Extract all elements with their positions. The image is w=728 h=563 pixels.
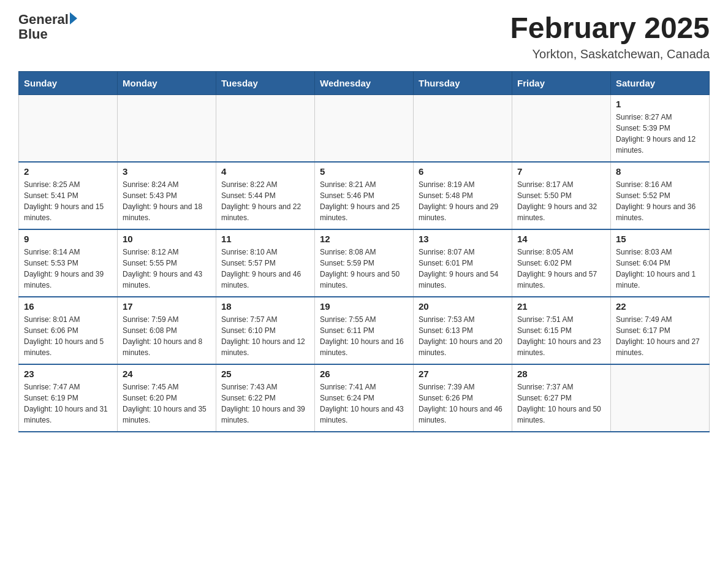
calendar-week-row: 1Sunrise: 8:27 AM Sunset: 5:39 PM Daylig… bbox=[19, 94, 710, 162]
calendar-day-cell bbox=[118, 94, 216, 162]
day-sun-info: Sunrise: 7:37 AM Sunset: 6:27 PM Dayligh… bbox=[517, 381, 605, 426]
calendar-day-cell: 21Sunrise: 7:51 AM Sunset: 6:15 PM Dayli… bbox=[512, 297, 611, 364]
logo-general: General bbox=[18, 12, 69, 27]
calendar-day-cell bbox=[19, 94, 118, 162]
calendar-day-cell: 25Sunrise: 7:43 AM Sunset: 6:22 PM Dayli… bbox=[216, 364, 315, 432]
day-number: 19 bbox=[320, 301, 408, 312]
calendar-day-cell: 8Sunrise: 8:16 AM Sunset: 5:52 PM Daylig… bbox=[611, 162, 710, 229]
calendar-day-cell: 12Sunrise: 8:08 AM Sunset: 5:59 PM Dayli… bbox=[315, 229, 414, 297]
day-sun-info: Sunrise: 8:07 AM Sunset: 6:01 PM Dayligh… bbox=[419, 247, 507, 291]
calendar-week-row: 2Sunrise: 8:25 AM Sunset: 5:41 PM Daylig… bbox=[19, 162, 710, 229]
day-of-week-header: Thursday bbox=[414, 71, 512, 94]
calendar-day-cell: 20Sunrise: 7:53 AM Sunset: 6:13 PM Dayli… bbox=[414, 297, 512, 364]
day-sun-info: Sunrise: 7:55 AM Sunset: 6:11 PM Dayligh… bbox=[320, 314, 408, 358]
calendar-day-cell: 18Sunrise: 7:57 AM Sunset: 6:10 PM Dayli… bbox=[216, 297, 315, 364]
day-sun-info: Sunrise: 8:19 AM Sunset: 5:48 PM Dayligh… bbox=[419, 179, 507, 223]
calendar-day-cell: 2Sunrise: 8:25 AM Sunset: 5:41 PM Daylig… bbox=[19, 162, 118, 229]
location-subtitle: Yorkton, Saskatchewan, Canada bbox=[510, 47, 710, 61]
calendar-day-cell: 28Sunrise: 7:37 AM Sunset: 6:27 PM Dayli… bbox=[512, 364, 611, 432]
day-sun-info: Sunrise: 8:01 AM Sunset: 6:06 PM Dayligh… bbox=[24, 314, 112, 358]
day-sun-info: Sunrise: 7:49 AM Sunset: 6:17 PM Dayligh… bbox=[616, 314, 704, 358]
day-number: 18 bbox=[221, 301, 309, 312]
calendar-day-cell: 27Sunrise: 7:39 AM Sunset: 6:26 PM Dayli… bbox=[414, 364, 512, 432]
day-of-week-header: Saturday bbox=[611, 71, 710, 94]
calendar-day-cell: 24Sunrise: 7:45 AM Sunset: 6:20 PM Dayli… bbox=[118, 364, 216, 432]
day-number: 21 bbox=[517, 301, 605, 312]
day-sun-info: Sunrise: 8:12 AM Sunset: 5:55 PM Dayligh… bbox=[123, 247, 211, 291]
day-of-week-header: Monday bbox=[118, 71, 216, 94]
day-number: 26 bbox=[320, 369, 408, 379]
calendar-day-cell: 22Sunrise: 7:49 AM Sunset: 6:17 PM Dayli… bbox=[611, 297, 710, 364]
calendar-day-cell: 19Sunrise: 7:55 AM Sunset: 6:11 PM Dayli… bbox=[315, 297, 414, 364]
calendar-day-cell bbox=[216, 94, 315, 162]
calendar-day-cell: 14Sunrise: 8:05 AM Sunset: 6:02 PM Dayli… bbox=[512, 229, 611, 297]
day-sun-info: Sunrise: 8:21 AM Sunset: 5:46 PM Dayligh… bbox=[320, 179, 408, 223]
calendar-week-row: 23Sunrise: 7:47 AM Sunset: 6:19 PM Dayli… bbox=[19, 364, 710, 432]
day-sun-info: Sunrise: 8:08 AM Sunset: 5:59 PM Dayligh… bbox=[320, 247, 408, 291]
calendar-day-cell: 16Sunrise: 8:01 AM Sunset: 6:06 PM Dayli… bbox=[19, 297, 118, 364]
calendar-header-row: SundayMondayTuesdayWednesdayThursdayFrid… bbox=[19, 71, 710, 94]
day-number: 3 bbox=[123, 166, 211, 177]
calendar-day-cell: 3Sunrise: 8:24 AM Sunset: 5:43 PM Daylig… bbox=[118, 162, 216, 229]
logo: General Blue bbox=[18, 12, 77, 42]
day-sun-info: Sunrise: 7:59 AM Sunset: 6:08 PM Dayligh… bbox=[123, 314, 211, 358]
day-number: 25 bbox=[221, 369, 309, 379]
day-sun-info: Sunrise: 8:27 AM Sunset: 5:39 PM Dayligh… bbox=[616, 112, 704, 156]
day-sun-info: Sunrise: 8:22 AM Sunset: 5:44 PM Dayligh… bbox=[221, 179, 309, 223]
month-title: February 2025 bbox=[510, 12, 710, 45]
calendar-day-cell: 5Sunrise: 8:21 AM Sunset: 5:46 PM Daylig… bbox=[315, 162, 414, 229]
day-sun-info: Sunrise: 7:39 AM Sunset: 6:26 PM Dayligh… bbox=[419, 381, 507, 426]
day-number: 12 bbox=[320, 234, 408, 244]
day-number: 7 bbox=[517, 166, 605, 177]
day-of-week-header: Sunday bbox=[19, 71, 118, 94]
logo-blue: Blue bbox=[18, 26, 48, 42]
calendar-day-cell bbox=[512, 94, 611, 162]
day-number: 23 bbox=[24, 369, 112, 379]
day-number: 24 bbox=[123, 369, 211, 379]
day-sun-info: Sunrise: 7:43 AM Sunset: 6:22 PM Dayligh… bbox=[221, 381, 309, 426]
day-sun-info: Sunrise: 8:25 AM Sunset: 5:41 PM Dayligh… bbox=[24, 179, 112, 223]
calendar-day-cell: 15Sunrise: 8:03 AM Sunset: 6:04 PM Dayli… bbox=[611, 229, 710, 297]
day-sun-info: Sunrise: 7:53 AM Sunset: 6:13 PM Dayligh… bbox=[419, 314, 507, 358]
calendar-day-cell: 4Sunrise: 8:22 AM Sunset: 5:44 PM Daylig… bbox=[216, 162, 315, 229]
day-number: 16 bbox=[24, 301, 112, 312]
day-of-week-header: Friday bbox=[512, 71, 611, 94]
calendar-day-cell: 23Sunrise: 7:47 AM Sunset: 6:19 PM Dayli… bbox=[19, 364, 118, 432]
day-sun-info: Sunrise: 7:47 AM Sunset: 6:19 PM Dayligh… bbox=[24, 381, 112, 426]
calendar-day-cell bbox=[315, 94, 414, 162]
day-sun-info: Sunrise: 7:57 AM Sunset: 6:10 PM Dayligh… bbox=[221, 314, 309, 358]
day-number: 22 bbox=[616, 301, 704, 312]
day-number: 10 bbox=[123, 234, 211, 244]
day-sun-info: Sunrise: 7:51 AM Sunset: 6:15 PM Dayligh… bbox=[517, 314, 605, 358]
calendar-day-cell: 7Sunrise: 8:17 AM Sunset: 5:50 PM Daylig… bbox=[512, 162, 611, 229]
day-sun-info: Sunrise: 8:24 AM Sunset: 5:43 PM Dayligh… bbox=[123, 179, 211, 223]
day-sun-info: Sunrise: 8:17 AM Sunset: 5:50 PM Dayligh… bbox=[517, 179, 605, 223]
day-number: 14 bbox=[517, 234, 605, 244]
calendar-day-cell: 6Sunrise: 8:19 AM Sunset: 5:48 PM Daylig… bbox=[414, 162, 512, 229]
day-number: 8 bbox=[616, 166, 704, 177]
calendar-day-cell bbox=[414, 94, 512, 162]
calendar-day-cell: 10Sunrise: 8:12 AM Sunset: 5:55 PM Dayli… bbox=[118, 229, 216, 297]
day-sun-info: Sunrise: 8:14 AM Sunset: 5:53 PM Dayligh… bbox=[24, 247, 112, 291]
calendar-day-cell: 11Sunrise: 8:10 AM Sunset: 5:57 PM Dayli… bbox=[216, 229, 315, 297]
day-number: 2 bbox=[24, 166, 112, 177]
day-sun-info: Sunrise: 8:16 AM Sunset: 5:52 PM Dayligh… bbox=[616, 179, 704, 223]
day-number: 9 bbox=[24, 234, 112, 244]
day-number: 1 bbox=[616, 99, 704, 109]
day-number: 17 bbox=[123, 301, 211, 312]
day-sun-info: Sunrise: 7:45 AM Sunset: 6:20 PM Dayligh… bbox=[123, 381, 211, 426]
calendar-day-cell bbox=[611, 364, 710, 432]
day-number: 13 bbox=[419, 234, 507, 244]
calendar-day-cell: 9Sunrise: 8:14 AM Sunset: 5:53 PM Daylig… bbox=[19, 229, 118, 297]
day-number: 11 bbox=[221, 234, 309, 244]
calendar-week-row: 9Sunrise: 8:14 AM Sunset: 5:53 PM Daylig… bbox=[19, 229, 710, 297]
day-number: 4 bbox=[221, 166, 309, 177]
calendar-day-cell: 1Sunrise: 8:27 AM Sunset: 5:39 PM Daylig… bbox=[611, 94, 710, 162]
calendar-table: SundayMondayTuesdayWednesdayThursdayFrid… bbox=[18, 71, 710, 433]
day-sun-info: Sunrise: 8:05 AM Sunset: 6:02 PM Dayligh… bbox=[517, 247, 605, 291]
day-number: 5 bbox=[320, 166, 408, 177]
day-number: 6 bbox=[419, 166, 507, 177]
calendar-day-cell: 26Sunrise: 7:41 AM Sunset: 6:24 PM Dayli… bbox=[315, 364, 414, 432]
day-number: 28 bbox=[517, 369, 605, 379]
day-of-week-header: Wednesday bbox=[315, 71, 414, 94]
